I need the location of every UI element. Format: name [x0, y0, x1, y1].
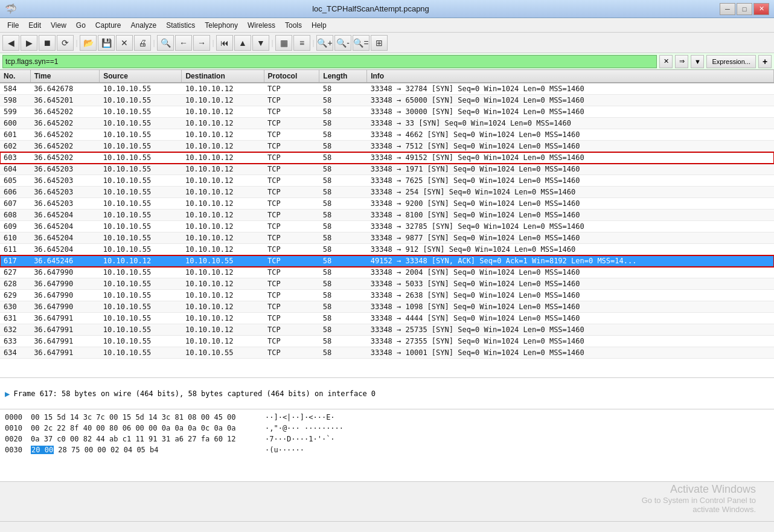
hex-row: 00200a 37 c0 00 82 44 ab c1 11 91 31 a6 … — [5, 434, 769, 444]
toolbar-next-button[interactable]: → — [193, 35, 210, 51]
toolbar-save-button[interactable]: 💾 — [98, 35, 115, 51]
menu-item-go[interactable]: Go — [71, 20, 91, 31]
toolbar-zoom-out-button[interactable]: 🔍- — [334, 35, 351, 51]
col-info: Info — [367, 70, 774, 83]
menu-item-help[interactable]: Help — [307, 20, 331, 31]
table-row[interactable]: 60736.64520310.10.10.5510.10.10.12TCP583… — [0, 198, 774, 210]
status-bar — [0, 521, 774, 532]
filter-clear-button[interactable]: ✕ — [659, 55, 673, 68]
filter-dropdown-button[interactable]: ▼ — [691, 55, 704, 68]
table-row[interactable]: 61036.64520410.10.10.5510.10.10.12TCP583… — [0, 232, 774, 244]
toolbar-back-button[interactable]: ◀ — [2, 35, 19, 51]
add-filter-button[interactable]: + — [758, 55, 772, 68]
table-row[interactable]: 63336.64799110.10.10.5510.10.10.12TCP583… — [0, 336, 774, 347]
expression-button[interactable]: Expression... — [706, 55, 756, 68]
menu-item-file[interactable]: File — [2, 20, 24, 31]
menu-item-edit[interactable]: Edit — [24, 20, 46, 31]
toolbar-first-button[interactable]: ⏮ — [216, 35, 233, 51]
app-icon: 🦈 — [5, 3, 17, 14]
table-row[interactable]: 60536.64520310.10.10.5510.10.10.12TCP583… — [0, 175, 774, 187]
table-row[interactable]: 59836.64520110.10.10.5510.10.10.12TCP583… — [0, 95, 774, 106]
table-row[interactable]: 60636.64520310.10.10.5510.10.10.12TCP583… — [0, 187, 774, 198]
toolbar-restart-button[interactable]: ⟳ — [57, 35, 74, 51]
col-proto: Protocol — [264, 70, 319, 83]
hex-row: 003020 00 28 75 00 00 02 04 05 b4·(u····… — [5, 444, 769, 455]
filter-arrow-button[interactable]: ⇒ — [675, 55, 688, 68]
table-row[interactable]: 60436.64520310.10.10.5510.10.10.12TCP583… — [0, 164, 774, 175]
filter-input[interactable] — [2, 55, 657, 68]
title-bar: 🦈 loc_TCPHalfScanAttempt.pcapng ─ □ ✕ — [0, 0, 774, 18]
hex-bytes: 00 15 5d 14 3c 7c 00 15 5d 14 3c 81 08 0… — [31, 412, 260, 423]
table-row[interactable]: 62836.64799010.10.10.5510.10.10.12TCP583… — [0, 278, 774, 290]
hex-offset: 0030 — [5, 444, 26, 455]
hex-ascii: ·,"·@··· ········· — [265, 423, 344, 434]
hex-bytes: 20 00 28 75 00 00 02 04 05 b4 — [31, 444, 260, 455]
table-row[interactable]: 61136.64520410.10.10.5510.10.10.12TCP583… — [0, 244, 774, 255]
hex-offset: 0000 — [5, 412, 26, 423]
maximize-button[interactable]: □ — [737, 3, 752, 15]
toolbar-up-button[interactable]: ▲ — [234, 35, 251, 51]
table-row[interactable]: 63036.64799010.10.10.5510.10.10.12TCP583… — [0, 301, 774, 313]
toolbar-prev-button[interactable]: ← — [175, 35, 192, 51]
packet-table: No. Time Source Destination Protocol Len… — [0, 70, 774, 359]
hex-ascii: ·(u······ — [265, 444, 304, 455]
table-row[interactable]: 63236.64799110.10.10.5510.10.10.12TCP583… — [0, 324, 774, 336]
toolbar-open-button[interactable]: 📂 — [80, 35, 97, 51]
table-row[interactable]: 58436.64267810.10.10.5510.10.10.12TCP583… — [0, 83, 774, 95]
toolbar-reload-button[interactable]: 🖨 — [134, 35, 151, 51]
menu-item-telephony[interactable]: Telephony — [200, 20, 243, 31]
close-button[interactable]: ✕ — [753, 3, 769, 15]
toolbar-down-button[interactable]: ▼ — [252, 35, 269, 51]
table-row[interactable]: 63436.64799110.10.10.5510.10.10.55TCP583… — [0, 347, 774, 359]
hex-row: 000000 15 5d 14 3c 7c 00 15 5d 14 3c 81 … — [5, 412, 769, 423]
table-row[interactable]: 60836.64520410.10.10.5510.10.10.12TCP583… — [0, 210, 774, 221]
separator5: | — [312, 35, 315, 51]
table-row[interactable]: 60136.64520210.10.10.5510.10.10.12TCP583… — [0, 129, 774, 141]
packet-table-body: 58436.64267810.10.10.5510.10.10.12TCP583… — [0, 83, 774, 359]
col-len: Length — [319, 70, 367, 83]
detail-expand-icon[interactable]: ▶ — [5, 389, 10, 399]
menu-item-statistics[interactable]: Statistics — [161, 20, 200, 31]
packet-table-container: No. Time Source Destination Protocol Len… — [0, 70, 774, 378]
separator4: | — [270, 35, 274, 51]
menu-item-tools[interactable]: Tools — [280, 20, 307, 31]
menu-item-wireless[interactable]: Wireless — [243, 20, 280, 31]
detail-text: Frame 617: 58 bytes on wire (464 bits), … — [13, 389, 376, 398]
toolbar-zoom-in-button[interactable]: 🔍+ — [316, 35, 333, 51]
hex-row: 001000 2c 22 8f 40 00 80 06 00 00 0a 0a … — [5, 423, 769, 434]
toolbar-forward-button[interactable]: ▶ — [21, 35, 37, 51]
table-row[interactable]: 61736.64524610.10.10.1210.10.10.55TCP584… — [0, 255, 774, 267]
minimize-button[interactable]: ─ — [720, 3, 735, 15]
activate-windows-watermark: Activate Windows Go to System in Control… — [642, 483, 756, 514]
table-row[interactable]: 60336.64520210.10.10.5510.10.10.12TCP583… — [0, 152, 774, 164]
toolbar-stop-button[interactable]: ⏹ — [39, 35, 56, 51]
toolbar-find-button[interactable]: 🔍 — [157, 35, 174, 51]
hex-ascii: ·7···D····1·'·`· — [265, 434, 335, 444]
col-source: Source — [100, 70, 182, 83]
hex-offset: 0010 — [5, 423, 26, 434]
toolbar-resize-button[interactable]: ⊞ — [371, 35, 388, 51]
table-row[interactable]: 60936.64520410.10.10.5510.10.10.12TCP583… — [0, 221, 774, 232]
table-row[interactable]: 62736.64799010.10.10.5510.10.10.12TCP583… — [0, 267, 774, 278]
menu-item-view[interactable]: View — [46, 20, 71, 31]
separator3: | — [211, 35, 215, 51]
hex-ascii: ··]·<|··]·<···E· — [265, 412, 335, 423]
toolbar-close-button[interactable]: ✕ — [116, 35, 133, 51]
hex-bytes: 0a 37 c0 00 82 44 ab c1 11 91 31 a6 27 f… — [31, 434, 260, 444]
menu-item-analyze[interactable]: Analyze — [126, 20, 162, 31]
table-row[interactable]: 60236.64520210.10.10.5510.10.10.12TCP583… — [0, 141, 774, 152]
menu-item-capture[interactable]: Capture — [91, 20, 126, 31]
table-row[interactable]: 59936.64520210.10.10.5510.10.10.12TCP583… — [0, 106, 774, 118]
toolbar-zoom-reset-button[interactable]: 🔍= — [353, 35, 369, 51]
toolbar-coloring-button[interactable]: ▦ — [275, 35, 292, 51]
table-row[interactable]: 63136.64799110.10.10.5510.10.10.12TCP583… — [0, 313, 774, 324]
toolbar-pane-button[interactable]: ≡ — [293, 35, 310, 51]
col-no: No. — [0, 70, 30, 83]
hex-highlight: 20 00 — [31, 446, 54, 454]
table-row[interactable]: 60036.64520210.10.10.5510.10.10.12TCP583… — [0, 118, 774, 129]
detail-panel: ▶ Frame 617: 58 bytes on wire (464 bits)… — [0, 378, 774, 409]
col-dest: Destination — [182, 70, 264, 83]
hex-bytes: 00 2c 22 8f 40 00 80 06 00 00 0a 0a 0a 0… — [31, 423, 260, 434]
table-row[interactable]: 62936.64799010.10.10.5510.10.10.12TCP583… — [0, 290, 774, 301]
hex-offset: 0020 — [5, 434, 26, 444]
